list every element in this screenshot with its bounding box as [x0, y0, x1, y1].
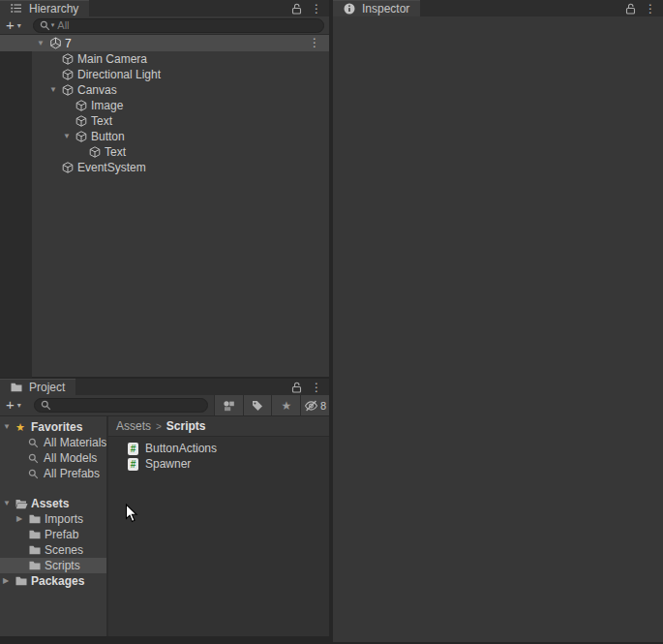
- packages-root-folder[interactable]: ▶Packages: [0, 573, 106, 589]
- breadcrumb-separator-icon: >: [156, 421, 162, 432]
- file-item-buttonactions[interactable]: #ButtonActions: [108, 441, 329, 456]
- kebab-menu-icon[interactable]: ⋮: [311, 382, 322, 393]
- hierarchy-tree: ▼ 7 ⋮ Main CameraDirectional Light▼Canva…: [0, 35, 329, 378]
- gameobject-cube-icon: [62, 53, 75, 65]
- file-list: #ButtonActions#Spawner: [108, 437, 329, 472]
- assets-root-folder[interactable]: ▼Assets: [0, 496, 106, 511]
- file-name: ButtonActions: [145, 442, 217, 455]
- hierarchy-search-field[interactable]: ▾: [33, 18, 324, 33]
- favorites-group[interactable]: ▼★Favorites: [0, 419, 106, 435]
- kebab-menu-icon[interactable]: ⋮: [645, 3, 656, 15]
- expander-icon[interactable]: ▼: [3, 500, 15, 507]
- hidden-items-button[interactable]: 8: [300, 395, 329, 415]
- search-icon: [28, 453, 42, 464]
- folder-item-imports[interactable]: ▶Imports: [0, 511, 106, 527]
- inspector-empty-body: [333, 16, 663, 642]
- hierarchy-item-label: Image: [91, 99, 123, 112]
- kebab-menu-icon[interactable]: ⋮: [311, 3, 322, 15]
- project-search-field[interactable]: [34, 398, 208, 413]
- tree-gap: [0, 481, 106, 496]
- scene-kebab-menu-icon[interactable]: ⋮: [309, 37, 320, 48]
- project-toolbar: + ▾: [0, 395, 329, 416]
- folder-item-scenes[interactable]: Scenes: [0, 542, 106, 558]
- dropdown-caret-icon: ▾: [17, 21, 21, 30]
- hierarchy-item-eventsystem[interactable]: EventSystem: [0, 160, 329, 175]
- expander-icon[interactable]: ▼: [49, 86, 62, 94]
- folder-item-prefab[interactable]: Prefab: [0, 527, 106, 542]
- project-content-pane: Assets > Scripts #ButtonActions#Spawner: [108, 416, 329, 636]
- lock-icon[interactable]: [291, 3, 302, 15]
- file-item-spawner[interactable]: #Spawner: [108, 456, 329, 472]
- hierarchy-item-directional-light[interactable]: Directional Light: [0, 67, 329, 82]
- gameobject-cube-icon: [75, 131, 89, 142]
- hierarchy-item-text[interactable]: Text: [0, 113, 329, 129]
- item-label: Imports: [45, 512, 83, 526]
- project-search-input[interactable]: [54, 400, 201, 412]
- expander-icon[interactable]: ▼: [63, 133, 75, 140]
- hierarchy-item-label: Button: [91, 130, 125, 143]
- search-icon: [28, 469, 42, 479]
- hierarchy-item-button[interactable]: ▼Button: [0, 129, 329, 144]
- breadcrumb-root[interactable]: Assets: [116, 419, 151, 433]
- inspector-panel: Inspector ⋮: [333, 0, 663, 642]
- hierarchy-item-image[interactable]: Image: [0, 98, 329, 113]
- item-label: All Prefabs: [44, 467, 100, 480]
- gameobject-cube-icon: [75, 115, 89, 127]
- expander-icon[interactable]: ▼: [3, 423, 15, 431]
- project-folder-icon: [11, 383, 24, 392]
- hierarchy-item-main-camera[interactable]: Main Camera: [0, 51, 329, 67]
- create-add-button[interactable]: + ▾: [6, 19, 21, 32]
- expander-icon[interactable]: ▶: [3, 577, 15, 585]
- hierarchy-panel: Hierarchy ⋮ + ▾: [0, 0, 329, 377]
- gameobject-cube-icon: [75, 100, 89, 111]
- hierarchy-item-text[interactable]: Text: [0, 144, 329, 160]
- expander-icon[interactable]: ▶: [16, 515, 29, 523]
- folder-icon: [29, 530, 43, 539]
- scene-name: 7: [65, 37, 72, 50]
- project-tabstrip: Project ⋮: [0, 379, 329, 395]
- favorites-item-all-prefabs[interactable]: All Prefabs: [0, 466, 106, 481]
- favorites-item-all-materials[interactable]: All Materials: [0, 435, 106, 450]
- tab-hierarchy[interactable]: Hierarchy: [0, 0, 89, 16]
- hierarchy-items: Main CameraDirectional Light▼CanvasImage…: [0, 51, 329, 175]
- unity-scene-icon: [49, 37, 63, 49]
- folder-icon: [15, 576, 29, 586]
- project-panel: Project ⋮ + ▾: [0, 379, 329, 636]
- csharp-script-icon: #: [128, 443, 138, 455]
- expander-icon[interactable]: ▼: [37, 40, 49, 47]
- plus-icon: +: [6, 397, 15, 412]
- item-label: Prefab: [45, 528, 78, 541]
- favorites-star-icon: ★: [15, 421, 29, 434]
- search-by-label-button[interactable]: [243, 395, 272, 415]
- favorites-item-all-models[interactable]: All Models: [0, 450, 106, 466]
- folder-icon: [29, 561, 43, 570]
- search-by-type-icon: [223, 400, 235, 412]
- breadcrumb-current[interactable]: Scripts: [166, 419, 206, 433]
- hierarchy-item-canvas[interactable]: ▼Canvas: [0, 82, 329, 98]
- project-tab-actions: ⋮: [291, 379, 329, 395]
- lock-icon[interactable]: [625, 3, 636, 15]
- lock-icon[interactable]: [291, 382, 302, 393]
- hierarchy-tab-actions: ⋮: [291, 0, 329, 16]
- folder-item-scripts[interactable]: Scripts: [0, 558, 106, 573]
- tab-inspector[interactable]: Inspector: [333, 0, 420, 16]
- gameobject-cube-icon: [62, 162, 75, 173]
- hierarchy-item-label: EventSystem: [77, 161, 146, 174]
- item-label: Favorites: [31, 420, 82, 434]
- search-icon: [41, 400, 51, 411]
- hidden-count: 8: [320, 400, 326, 412]
- search-favorites-button[interactable]: ★: [271, 395, 300, 415]
- star-icon: ★: [281, 400, 291, 412]
- search-icon: [28, 438, 42, 448]
- item-label: All Materials: [44, 436, 106, 449]
- hierarchy-item-label: Text: [91, 114, 112, 128]
- scene-row[interactable]: ▼ 7 ⋮: [0, 35, 329, 51]
- tab-project[interactable]: Project: [0, 379, 75, 395]
- tab-inspector-label: Inspector: [362, 2, 409, 15]
- open-folder-icon: [15, 499, 29, 509]
- search-by-type-button[interactable]: [214, 395, 243, 415]
- hierarchy-list-icon: [11, 3, 24, 14]
- hierarchy-search-input[interactable]: [57, 19, 317, 31]
- create-add-button[interactable]: + ▾: [6, 399, 21, 412]
- search-filter-caret-icon: ▾: [51, 21, 55, 29]
